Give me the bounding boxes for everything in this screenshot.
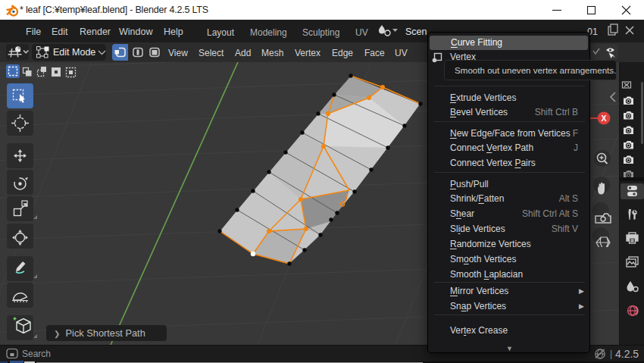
svg-text:X: X (601, 114, 606, 123)
